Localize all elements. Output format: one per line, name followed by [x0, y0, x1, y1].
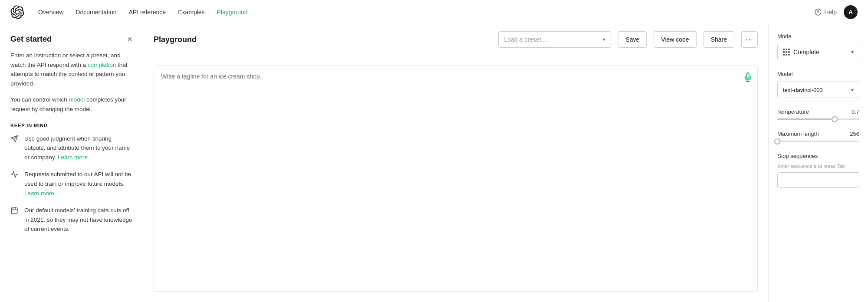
playground-body [143, 55, 768, 302]
share-button[interactable]: Share [704, 31, 734, 48]
temperature-row: Temperature 0.7 [777, 108, 859, 115]
mode-select[interactable]: Complete ▾ [777, 44, 859, 60]
sidebar-intro1: Enter an instruction or select a preset,… [10, 51, 132, 88]
sidebar-title: Get started [10, 35, 52, 44]
stop-seq-hint: Enter sequence and press Tab [777, 164, 859, 169]
playground-title: Playground [154, 35, 491, 44]
model-value: text-davinci-003 [783, 87, 823, 93]
nav-documentation[interactable]: Documentation [76, 9, 116, 16]
learn-more-training-link[interactable]: Learn more. [24, 190, 56, 197]
temperature-label: Temperature [777, 108, 809, 115]
keep-in-mind-label: KEEP IN MIND [10, 123, 132, 128]
temperature-slider-thumb[interactable] [832, 116, 838, 122]
sidebar: Get started ✕ Enter an instruction or se… [0, 24, 143, 302]
save-button[interactable]: Save [618, 31, 647, 48]
stop-seq-input[interactable] [777, 172, 859, 188]
temperature-slider-fill [777, 118, 835, 120]
view-code-button[interactable]: View code [654, 31, 696, 48]
nav-links: Overview Documentation API reference Exa… [38, 9, 801, 16]
playground-header: Playground Load a preset... ▾ Save View … [143, 24, 768, 55]
kim-text-cutoff: Our default models' training data cuts o… [24, 206, 132, 234]
user-avatar[interactable]: A [844, 5, 858, 19]
nav-playground[interactable]: Playground [217, 9, 248, 16]
more-options-button[interactable]: ··· [741, 31, 758, 48]
sidebar-header: Get started ✕ [10, 35, 132, 44]
nav-examples[interactable]: Examples [178, 9, 204, 16]
calendar-icon [10, 207, 19, 216]
mode-section: Mode Complete ▾ [777, 33, 859, 60]
kim-item-sharing: Use good judgment when sharing outputs, … [10, 134, 132, 162]
model-link[interactable]: model [69, 96, 85, 103]
model-chevron-icon: ▾ [851, 87, 854, 93]
intro2-part1: You can control which [10, 96, 69, 103]
mode-label: Mode [777, 33, 859, 39]
temperature-slider-track[interactable] [777, 118, 859, 120]
learn-more-sharing-link[interactable]: Learn more. [58, 154, 89, 161]
stop-sequences-section: Stop sequences Enter sequence and press … [777, 153, 859, 188]
top-nav: Overview Documentation API reference Exa… [0, 0, 868, 24]
kim-text-training: Requests submitted to our API will not b… [24, 170, 132, 198]
preset-chevron-icon: ▾ [603, 36, 605, 43]
max-length-value: 256 [850, 131, 859, 137]
svg-point-1 [818, 13, 819, 14]
kim-item-training: Requests submitted to our API will not b… [10, 170, 132, 198]
temperature-section: Temperature 0.7 [777, 108, 859, 120]
right-panel: Mode Complete ▾ Model text-davinci-003 ▾ [768, 24, 868, 302]
svg-rect-4 [11, 208, 17, 214]
kim-text-sharing: Use good judgment when sharing outputs, … [24, 134, 132, 162]
mode-grid-icon [783, 49, 790, 56]
kim-item-cutoff: Our default models' training data cuts o… [10, 206, 132, 234]
max-length-label: Maximum length [777, 131, 819, 137]
max-length-section: Maximum length 256 [777, 131, 859, 142]
nav-overview[interactable]: Overview [38, 9, 63, 16]
main-layout: Get started ✕ Enter an instruction or se… [0, 24, 868, 302]
help-icon [815, 9, 822, 16]
nav-api-reference[interactable]: API reference [129, 9, 166, 16]
preset-placeholder: Load a preset... [504, 36, 546, 43]
model-select[interactable]: text-davinci-003 ▾ [777, 82, 859, 98]
help-button[interactable]: Help [815, 9, 837, 16]
preset-select[interactable]: Load a preset... ▾ [498, 31, 611, 48]
stop-seq-label: Stop sequences [777, 153, 859, 159]
max-length-row: Maximum length 256 [777, 131, 859, 137]
openai-logo[interactable] [10, 5, 24, 19]
model-label: Model [777, 71, 859, 77]
microphone-icon[interactable] [743, 72, 753, 83]
completion-link[interactable]: completion [88, 62, 116, 68]
mode-chevron-icon: ▾ [851, 49, 854, 55]
center-content: Playground Load a preset... ▾ Save View … [143, 24, 768, 302]
sidebar-intro2: You can control which model completes yo… [10, 95, 132, 114]
help-label: Help [824, 9, 837, 16]
model-section: Model text-davinci-003 ▾ [777, 71, 859, 98]
temperature-value: 0.7 [852, 108, 859, 115]
close-button[interactable]: ✕ [127, 36, 132, 43]
max-length-slider-thumb[interactable] [774, 138, 780, 144]
pulse-icon [10, 171, 19, 180]
send-icon [10, 135, 19, 144]
max-length-slider-track[interactable] [777, 141, 859, 142]
nav-right: Help A [815, 5, 858, 19]
main-input[interactable] [154, 66, 758, 292]
mode-value: Complete [793, 49, 819, 56]
